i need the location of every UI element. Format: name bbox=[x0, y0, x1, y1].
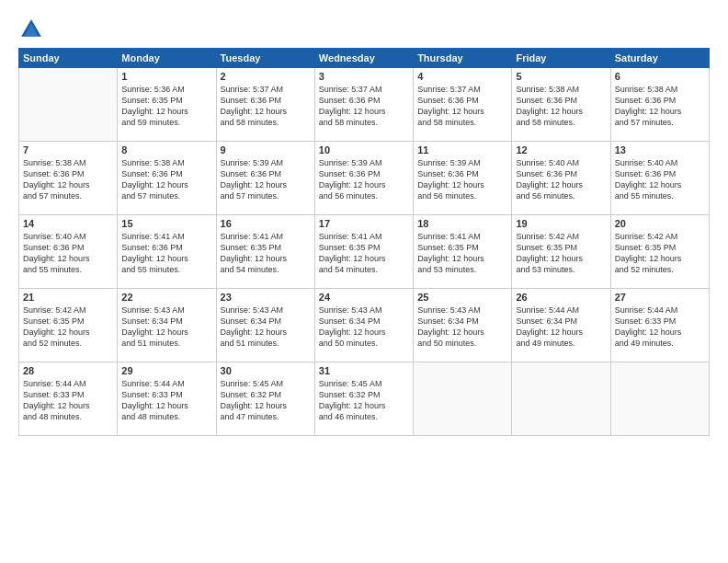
calendar-cell: 19Sunrise: 5:42 AM Sunset: 6:35 PM Dayli… bbox=[512, 215, 610, 289]
day-number: 23 bbox=[221, 292, 311, 303]
day-number: 9 bbox=[221, 144, 311, 155]
day-info: Sunrise: 5:40 AM Sunset: 6:36 PM Dayligh… bbox=[615, 157, 705, 202]
day-number: 12 bbox=[516, 144, 606, 155]
calendar-cell: 8Sunrise: 5:38 AM Sunset: 6:36 PM Daylig… bbox=[118, 142, 216, 215]
day-info: Sunrise: 5:36 AM Sunset: 6:35 PM Dayligh… bbox=[121, 84, 211, 129]
day-number: 16 bbox=[221, 218, 311, 229]
day-number: 28 bbox=[23, 365, 113, 376]
day-number: 15 bbox=[121, 218, 211, 229]
calendar-cell: 20Sunrise: 5:42 AM Sunset: 6:35 PM Dayli… bbox=[610, 215, 709, 289]
calendar-cell: 24Sunrise: 5:43 AM Sunset: 6:34 PM Dayli… bbox=[314, 289, 413, 362]
calendar-cell: 13Sunrise: 5:40 AM Sunset: 6:36 PM Dayli… bbox=[610, 142, 709, 215]
header bbox=[18, 17, 710, 42]
calendar-cell: 14Sunrise: 5:40 AM Sunset: 6:36 PM Dayli… bbox=[19, 215, 118, 289]
day-info: Sunrise: 5:42 AM Sunset: 6:35 PM Dayligh… bbox=[615, 231, 705, 276]
day-info: Sunrise: 5:38 AM Sunset: 6:36 PM Dayligh… bbox=[23, 157, 113, 202]
day-info: Sunrise: 5:42 AM Sunset: 6:35 PM Dayligh… bbox=[23, 304, 113, 350]
calendar-body: 1Sunrise: 5:36 AM Sunset: 6:35 PM Daylig… bbox=[19, 68, 710, 436]
day-info: Sunrise: 5:45 AM Sunset: 6:32 PM Dayligh… bbox=[319, 378, 409, 423]
calendar-cell: 22Sunrise: 5:43 AM Sunset: 6:34 PM Dayli… bbox=[118, 289, 216, 362]
day-info: Sunrise: 5:40 AM Sunset: 6:36 PM Dayligh… bbox=[516, 157, 606, 202]
calendar-cell bbox=[414, 362, 512, 436]
day-number: 18 bbox=[417, 218, 507, 229]
day-info: Sunrise: 5:39 AM Sunset: 6:36 PM Dayligh… bbox=[417, 157, 507, 202]
day-info: Sunrise: 5:44 AM Sunset: 6:34 PM Dayligh… bbox=[516, 304, 606, 350]
weekday-header: Monday bbox=[118, 49, 216, 68]
calendar-cell: 12Sunrise: 5:40 AM Sunset: 6:36 PM Dayli… bbox=[512, 142, 610, 215]
calendar-cell: 4Sunrise: 5:37 AM Sunset: 6:36 PM Daylig… bbox=[414, 68, 512, 142]
day-info: Sunrise: 5:37 AM Sunset: 6:36 PM Dayligh… bbox=[221, 84, 311, 129]
day-info: Sunrise: 5:37 AM Sunset: 6:36 PM Dayligh… bbox=[417, 84, 507, 129]
weekday-header: Friday bbox=[512, 49, 610, 68]
calendar-table: SundayMondayTuesdayWednesdayThursdayFrid… bbox=[18, 48, 710, 436]
day-number: 21 bbox=[23, 292, 113, 303]
day-number: 6 bbox=[615, 71, 705, 82]
day-number: 14 bbox=[23, 218, 113, 229]
day-info: Sunrise: 5:41 AM Sunset: 6:35 PM Dayligh… bbox=[417, 231, 507, 276]
day-info: Sunrise: 5:43 AM Sunset: 6:34 PM Dayligh… bbox=[319, 304, 409, 350]
day-info: Sunrise: 5:43 AM Sunset: 6:34 PM Dayligh… bbox=[417, 304, 507, 350]
day-number: 19 bbox=[516, 218, 606, 229]
day-number: 26 bbox=[516, 292, 606, 303]
weekday-header: Saturday bbox=[610, 49, 709, 68]
calendar-cell: 5Sunrise: 5:38 AM Sunset: 6:36 PM Daylig… bbox=[512, 68, 610, 142]
day-info: Sunrise: 5:45 AM Sunset: 6:32 PM Dayligh… bbox=[221, 378, 311, 423]
day-number: 13 bbox=[615, 144, 705, 155]
day-number: 24 bbox=[319, 292, 409, 303]
calendar-cell bbox=[512, 362, 610, 436]
calendar-cell: 11Sunrise: 5:39 AM Sunset: 6:36 PM Dayli… bbox=[414, 142, 512, 215]
day-number: 10 bbox=[319, 144, 409, 155]
calendar-cell: 7Sunrise: 5:38 AM Sunset: 6:36 PM Daylig… bbox=[19, 142, 118, 215]
calendar-cell bbox=[19, 68, 118, 142]
day-info: Sunrise: 5:38 AM Sunset: 6:36 PM Dayligh… bbox=[516, 84, 606, 129]
day-number: 5 bbox=[516, 71, 606, 82]
day-number: 4 bbox=[417, 71, 507, 82]
weekday-header: Thursday bbox=[414, 49, 512, 68]
calendar-cell: 18Sunrise: 5:41 AM Sunset: 6:35 PM Dayli… bbox=[414, 215, 512, 289]
calendar-cell: 6Sunrise: 5:38 AM Sunset: 6:36 PM Daylig… bbox=[610, 68, 709, 142]
day-info: Sunrise: 5:43 AM Sunset: 6:34 PM Dayligh… bbox=[121, 304, 211, 350]
page: SundayMondayTuesdayWednesdayThursdayFrid… bbox=[0, 0, 728, 563]
day-info: Sunrise: 5:38 AM Sunset: 6:36 PM Dayligh… bbox=[121, 157, 211, 202]
day-number: 17 bbox=[319, 218, 409, 229]
day-number: 27 bbox=[615, 292, 705, 303]
day-info: Sunrise: 5:41 AM Sunset: 6:36 PM Dayligh… bbox=[121, 231, 211, 276]
calendar-week-row: 21Sunrise: 5:42 AM Sunset: 6:35 PM Dayli… bbox=[19, 289, 710, 362]
calendar-cell: 31Sunrise: 5:45 AM Sunset: 6:32 PM Dayli… bbox=[314, 362, 413, 436]
calendar-cell: 25Sunrise: 5:43 AM Sunset: 6:34 PM Dayli… bbox=[414, 289, 512, 362]
day-info: Sunrise: 5:44 AM Sunset: 6:33 PM Dayligh… bbox=[23, 378, 113, 423]
calendar-cell: 23Sunrise: 5:43 AM Sunset: 6:34 PM Dayli… bbox=[216, 289, 314, 362]
weekday-header: Tuesday bbox=[216, 49, 314, 68]
calendar-cell: 16Sunrise: 5:41 AM Sunset: 6:35 PM Dayli… bbox=[216, 215, 314, 289]
weekday-row: SundayMondayTuesdayWednesdayThursdayFrid… bbox=[19, 49, 710, 68]
day-number: 8 bbox=[121, 144, 211, 155]
day-number: 7 bbox=[23, 144, 113, 155]
day-info: Sunrise: 5:39 AM Sunset: 6:36 PM Dayligh… bbox=[221, 157, 311, 202]
day-info: Sunrise: 5:44 AM Sunset: 6:33 PM Dayligh… bbox=[615, 304, 705, 350]
day-number: 29 bbox=[121, 365, 211, 376]
day-number: 2 bbox=[221, 71, 311, 82]
calendar-cell: 28Sunrise: 5:44 AM Sunset: 6:33 PM Dayli… bbox=[19, 362, 118, 436]
day-number: 3 bbox=[319, 71, 409, 82]
day-info: Sunrise: 5:42 AM Sunset: 6:35 PM Dayligh… bbox=[516, 231, 606, 276]
day-info: Sunrise: 5:39 AM Sunset: 6:36 PM Dayligh… bbox=[319, 157, 409, 202]
weekday-header: Wednesday bbox=[314, 49, 413, 68]
calendar-cell: 3Sunrise: 5:37 AM Sunset: 6:36 PM Daylig… bbox=[314, 68, 413, 142]
day-number: 31 bbox=[319, 365, 409, 376]
calendar-cell: 29Sunrise: 5:44 AM Sunset: 6:33 PM Dayli… bbox=[118, 362, 216, 436]
calendar-cell: 30Sunrise: 5:45 AM Sunset: 6:32 PM Dayli… bbox=[216, 362, 314, 436]
day-info: Sunrise: 5:38 AM Sunset: 6:36 PM Dayligh… bbox=[615, 84, 705, 129]
calendar-cell: 1Sunrise: 5:36 AM Sunset: 6:35 PM Daylig… bbox=[118, 68, 216, 142]
day-info: Sunrise: 5:44 AM Sunset: 6:33 PM Dayligh… bbox=[121, 378, 211, 423]
calendar-cell: 9Sunrise: 5:39 AM Sunset: 6:36 PM Daylig… bbox=[216, 142, 314, 215]
day-info: Sunrise: 5:41 AM Sunset: 6:35 PM Dayligh… bbox=[319, 231, 409, 276]
day-info: Sunrise: 5:41 AM Sunset: 6:35 PM Dayligh… bbox=[221, 231, 311, 276]
logo-icon bbox=[18, 17, 44, 42]
calendar-cell: 21Sunrise: 5:42 AM Sunset: 6:35 PM Dayli… bbox=[19, 289, 118, 362]
day-number: 20 bbox=[615, 218, 705, 229]
calendar-cell: 17Sunrise: 5:41 AM Sunset: 6:35 PM Dayli… bbox=[314, 215, 413, 289]
calendar-header: SundayMondayTuesdayWednesdayThursdayFrid… bbox=[19, 49, 710, 68]
calendar-cell: 2Sunrise: 5:37 AM Sunset: 6:36 PM Daylig… bbox=[216, 68, 314, 142]
calendar-cell: 10Sunrise: 5:39 AM Sunset: 6:36 PM Dayli… bbox=[314, 142, 413, 215]
day-number: 22 bbox=[121, 292, 211, 303]
